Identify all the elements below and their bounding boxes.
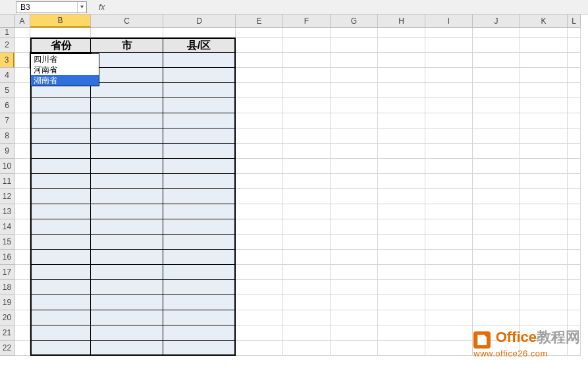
cell-E14[interactable] xyxy=(236,219,283,235)
cell-H18[interactable] xyxy=(378,280,425,295)
col-header-G[interactable]: G xyxy=(331,14,378,28)
cell-F2[interactable] xyxy=(283,38,331,53)
cell-D5[interactable] xyxy=(163,83,236,98)
cell-D13[interactable] xyxy=(163,204,236,219)
cell-H13[interactable] xyxy=(378,204,425,219)
cell-I10[interactable] xyxy=(425,159,473,174)
cell-C12[interactable] xyxy=(91,189,163,204)
cell-A20[interactable] xyxy=(14,310,30,325)
cell-L3[interactable] xyxy=(568,53,581,68)
cell-E7[interactable] xyxy=(236,113,283,128)
cell-A11[interactable] xyxy=(14,174,30,189)
col-header-L[interactable]: L xyxy=(568,14,581,28)
cell-C10[interactable] xyxy=(91,159,163,174)
cell-A4[interactable] xyxy=(14,68,30,83)
cell-L19[interactable] xyxy=(568,295,581,310)
cell-K3[interactable] xyxy=(520,53,568,68)
cell-E16[interactable] xyxy=(236,250,283,265)
cell-B15[interactable] xyxy=(30,235,91,250)
cell-K5[interactable] xyxy=(520,83,568,98)
cell-J8[interactable] xyxy=(473,128,520,144)
cell-J9[interactable] xyxy=(473,144,520,159)
cell-J7[interactable] xyxy=(473,113,520,128)
cell-F17[interactable] xyxy=(283,265,331,280)
cell-J11[interactable] xyxy=(473,174,520,189)
cell-D11[interactable] xyxy=(163,174,236,189)
cell-I9[interactable] xyxy=(425,144,473,159)
col-header-B[interactable]: B xyxy=(30,14,91,28)
cell-C1[interactable] xyxy=(91,28,163,38)
cell-E17[interactable] xyxy=(236,265,283,280)
cell-B12[interactable] xyxy=(30,189,91,204)
cell-J12[interactable] xyxy=(473,189,520,204)
dropdown-item[interactable]: 四川省 xyxy=(31,54,99,65)
cell-H4[interactable] xyxy=(378,68,425,83)
cell-H8[interactable] xyxy=(378,128,425,144)
cell-K8[interactable] xyxy=(520,128,568,144)
cell-I15[interactable] xyxy=(425,235,473,250)
cell-F9[interactable] xyxy=(283,144,331,159)
cell-L1[interactable] xyxy=(568,28,581,38)
col-header-D[interactable]: D xyxy=(163,14,236,28)
row-header-3[interactable]: 3 xyxy=(0,53,14,68)
cell-L14[interactable] xyxy=(568,219,581,235)
cell-L11[interactable] xyxy=(568,174,581,189)
cell-G11[interactable] xyxy=(331,174,378,189)
cell-L7[interactable] xyxy=(568,113,581,128)
cell-B1[interactable] xyxy=(30,28,91,38)
cell-K17[interactable] xyxy=(520,265,568,280)
cell-A1[interactable] xyxy=(14,28,30,38)
cell-D19[interactable] xyxy=(163,295,236,310)
row-header-13[interactable]: 13 xyxy=(0,204,14,219)
cell-F12[interactable] xyxy=(283,189,331,204)
cell-H10[interactable] xyxy=(378,159,425,174)
col-header-F[interactable]: F xyxy=(283,14,331,28)
cell-D22[interactable] xyxy=(163,341,236,356)
cell-H20[interactable] xyxy=(378,310,425,325)
cell-B17[interactable] xyxy=(30,265,91,280)
cell-G3[interactable] xyxy=(331,53,378,68)
cell-E15[interactable] xyxy=(236,235,283,250)
cell-K16[interactable] xyxy=(520,250,568,265)
cell-H12[interactable] xyxy=(378,189,425,204)
cell-B8[interactable] xyxy=(30,128,91,144)
cell-C4[interactable] xyxy=(91,68,163,83)
cell-G21[interactable] xyxy=(331,325,378,341)
cell-F22[interactable] xyxy=(283,341,331,356)
cell-H2[interactable] xyxy=(378,38,425,53)
cell-L17[interactable] xyxy=(568,265,581,280)
name-box[interactable]: B3 ▼ xyxy=(16,1,87,13)
cell-F11[interactable] xyxy=(283,174,331,189)
col-header-C[interactable]: C xyxy=(91,14,163,28)
cell-B18[interactable] xyxy=(30,280,91,295)
cell-G4[interactable] xyxy=(331,68,378,83)
row-header-18[interactable]: 18 xyxy=(0,280,14,295)
row-header-7[interactable]: 7 xyxy=(0,113,14,128)
cell-D12[interactable] xyxy=(163,189,236,204)
cell-A16[interactable] xyxy=(14,250,30,265)
cell-F14[interactable] xyxy=(283,219,331,235)
cell-C19[interactable] xyxy=(91,295,163,310)
cell-H15[interactable] xyxy=(378,235,425,250)
cell-I22[interactable] xyxy=(425,341,473,356)
cell-G1[interactable] xyxy=(331,28,378,38)
cell-E10[interactable] xyxy=(236,159,283,174)
row-header-22[interactable]: 22 xyxy=(0,341,14,356)
cell-H3[interactable] xyxy=(378,53,425,68)
cell-E20[interactable] xyxy=(236,310,283,325)
cell-I19[interactable] xyxy=(425,295,473,310)
row-header-21[interactable]: 21 xyxy=(0,325,14,341)
cell-D6[interactable] xyxy=(163,98,236,113)
cell-I3[interactable] xyxy=(425,53,473,68)
cell-I5[interactable] xyxy=(425,83,473,98)
cell-B6[interactable] xyxy=(30,98,91,113)
cell-L5[interactable] xyxy=(568,83,581,98)
cell-K11[interactable] xyxy=(520,174,568,189)
cell-B9[interactable] xyxy=(30,144,91,159)
cell-E4[interactable] xyxy=(236,68,283,83)
cell-C7[interactable] xyxy=(91,113,163,128)
cell-A18[interactable] xyxy=(14,280,30,295)
cell-I16[interactable] xyxy=(425,250,473,265)
cell-G22[interactable] xyxy=(331,341,378,356)
cell-A3[interactable] xyxy=(14,53,30,68)
